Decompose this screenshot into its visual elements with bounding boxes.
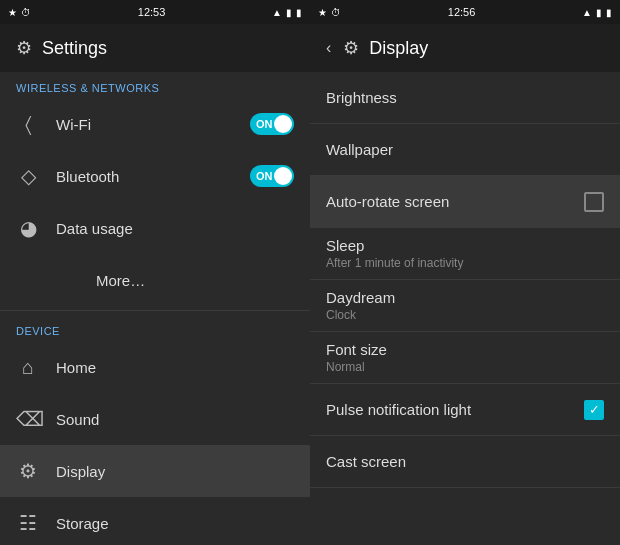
auto-rotate-title: Auto-rotate screen [326,193,584,210]
storage-label: Storage [56,515,294,532]
display-item-cast-screen[interactable]: Cast screen [310,436,620,488]
bluetooth-label: Bluetooth [56,168,234,185]
bluetooth-toggle[interactable]: ON [250,165,294,187]
sidebar-item-home[interactable]: ⌂ Home [0,341,310,393]
settings-header-icon: ⚙ [16,37,32,59]
font-size-title: Font size [326,341,604,358]
right-scroll-area: Brightness Wallpaper Auto-rotate screen … [310,72,620,545]
sleep-main: Sleep After 1 minute of inactivity [326,237,604,270]
sidebar-item-bluetooth[interactable]: ◇ Bluetooth ON [0,150,310,202]
sound-icon: ⌫ [16,407,40,431]
daydream-main: Daydream Clock [326,289,604,322]
display-item-sleep[interactable]: Sleep After 1 minute of inactivity [310,228,620,280]
bluetooth-toggle-knob [274,167,292,185]
right-wifi-icon: ▲ [582,7,592,18]
more-label: More… [56,272,294,289]
sidebar-item-storage[interactable]: ☷ Storage [0,497,310,545]
right-header: ‹ ⚙ Display [310,24,620,72]
wallpaper-title: Wallpaper [326,141,604,158]
bluetooth-toggle-label: ON [256,170,273,182]
sidebar-item-more[interactable]: More… [0,254,310,306]
left-status-bar: ★ ⏱ 12:53 ▲ ▮ ▮ [0,0,310,24]
sidebar-item-data-usage[interactable]: ◕ Data usage [0,202,310,254]
cast-screen-main: Cast screen [326,453,604,470]
wifi-toggle-knob [274,115,292,133]
daydream-subtitle: Clock [326,308,604,322]
device-section-label: DEVICE [0,315,310,341]
font-size-subtitle: Normal [326,360,604,374]
wifi-toggle[interactable]: ON [250,113,294,135]
left-header: ⚙ Settings [0,24,310,72]
right-battery-icon: ▮ [606,7,612,18]
display-header-title: Display [369,38,428,59]
left-scroll-area: WIRELESS & NETWORKS 〈 Wi-Fi ON ◇ Bluetoo… [0,72,310,545]
left-time: 12:53 [138,6,166,18]
display-item-pulse-notification[interactable]: Pulse notification light ✓ [310,384,620,436]
right-alarm-icon: ⏱ [331,7,341,18]
display-item-brightness[interactable]: Brightness [310,72,620,124]
data-usage-icon: ◕ [16,216,40,240]
wifi-menu-icon: 〈 [16,113,40,136]
right-status-bar: ★ ⏱ 12:56 ▲ ▮ ▮ [310,0,620,24]
bluetooth-icon: ★ [8,7,17,18]
display-header-icon: ⚙ [343,37,359,59]
cast-screen-title: Cast screen [326,453,604,470]
right-time: 12:56 [448,6,476,18]
left-status-right-icons: ▲ ▮ ▮ [272,7,302,18]
home-icon: ⌂ [16,356,40,379]
display-item-auto-rotate[interactable]: Auto-rotate screen [310,176,620,228]
home-label: Home [56,359,294,376]
font-size-main: Font size Normal [326,341,604,374]
divider-1 [0,310,310,311]
right-bluetooth-icon: ★ [318,7,327,18]
wallpaper-main: Wallpaper [326,141,604,158]
display-label: Display [56,463,294,480]
sidebar-item-sound[interactable]: ⌫ Sound [0,393,310,445]
pulse-notification-main: Pulse notification light [326,401,584,418]
data-usage-label: Data usage [56,220,294,237]
pulse-notification-title: Pulse notification light [326,401,584,418]
auto-rotate-main: Auto-rotate screen [326,193,584,210]
bluetooth-menu-icon: ◇ [16,164,40,188]
left-status-left-icons: ★ ⏱ [8,7,31,18]
sound-label: Sound [56,411,294,428]
pulse-notification-checkbox[interactable]: ✓ [584,400,604,420]
sleep-title: Sleep [326,237,604,254]
wireless-section-label: WIRELESS & NETWORKS [0,72,310,98]
right-status-right-icons: ▲ ▮ ▮ [582,7,612,18]
display-icon: ⚙ [16,459,40,483]
right-status-left-icons: ★ ⏱ [318,7,341,18]
display-item-wallpaper[interactable]: Wallpaper [310,124,620,176]
left-panel: ★ ⏱ 12:53 ▲ ▮ ▮ ⚙ Settings WIRELESS & NE… [0,0,310,545]
wifi-toggle-label: ON [256,118,273,130]
settings-header-title: Settings [42,38,107,59]
brightness-title: Brightness [326,89,604,106]
daydream-title: Daydream [326,289,604,306]
right-panel: ★ ⏱ 12:56 ▲ ▮ ▮ ‹ ⚙ Display Brightness W… [310,0,620,545]
sidebar-item-display[interactable]: ⚙ Display [0,445,310,497]
signal-icon: ▮ [286,7,292,18]
storage-icon: ☷ [16,511,40,535]
brightness-main: Brightness [326,89,604,106]
sleep-subtitle: After 1 minute of inactivity [326,256,604,270]
right-signal-icon: ▮ [596,7,602,18]
battery-icon: ▮ [296,7,302,18]
display-item-font-size[interactable]: Font size Normal [310,332,620,384]
wifi-icon: ▲ [272,7,282,18]
alarm-icon: ⏱ [21,7,31,18]
sidebar-item-wifi[interactable]: 〈 Wi-Fi ON [0,98,310,150]
back-arrow-icon[interactable]: ‹ [326,39,331,57]
wifi-label: Wi-Fi [56,116,234,133]
display-item-daydream[interactable]: Daydream Clock [310,280,620,332]
auto-rotate-checkbox[interactable] [584,192,604,212]
